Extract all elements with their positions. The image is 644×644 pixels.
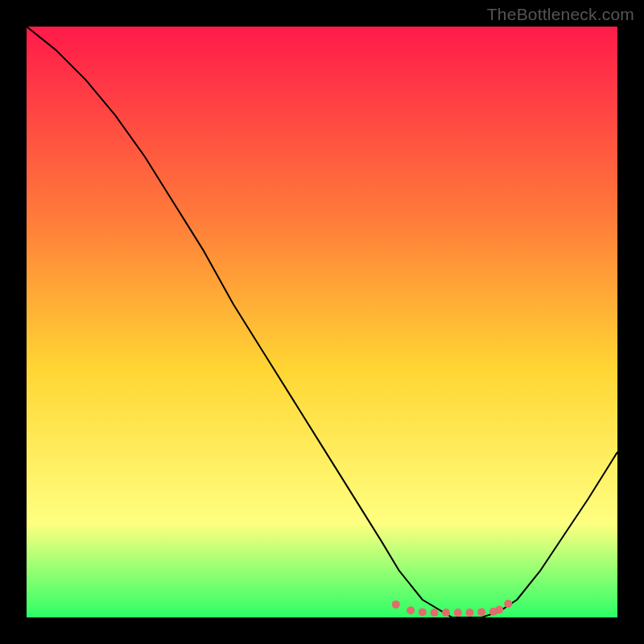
marker-dot <box>419 608 427 616</box>
marker-dot <box>392 601 400 609</box>
marker-dot <box>466 609 474 617</box>
chart-frame <box>27 27 617 617</box>
marker-dot <box>495 606 503 614</box>
chart-svg <box>27 27 617 617</box>
marker-dot <box>454 609 462 617</box>
watermark-text: TheBottleneck.com <box>487 5 634 24</box>
marker-dot <box>431 609 439 617</box>
marker-dot <box>504 600 512 608</box>
marker-dot <box>442 609 450 617</box>
marker-dot <box>477 608 485 616</box>
marker-dot <box>407 606 415 614</box>
